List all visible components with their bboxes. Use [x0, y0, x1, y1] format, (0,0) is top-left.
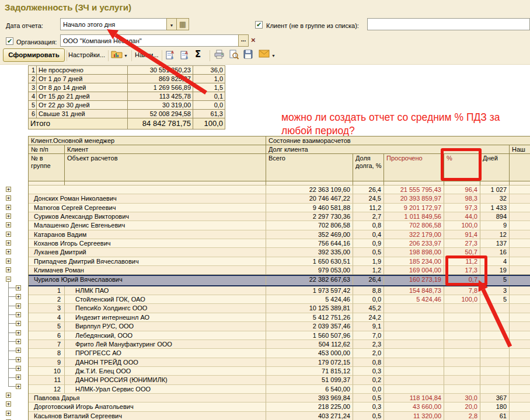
- spacer-cell: [444, 181, 480, 186]
- calendar-picker-button[interactable]: ▦: [176, 18, 189, 30]
- table-row[interactable]: Дорготовский Игорь Анатольевич218 225,00…: [29, 402, 530, 411]
- summary-row[interactable]: 1Не просрочено30 551 350,2336,0: [29, 66, 225, 75]
- table-row[interactable]: 9ДАНОН ТРЕЙД ООО179 072,150,8: [29, 358, 530, 367]
- expand-toggle-icon[interactable]: +: [6, 240, 11, 246]
- summary-cell-num: 2: [29, 75, 37, 83]
- cell-overdue-percent: 100,0: [444, 295, 480, 304]
- date-dropdown-button[interactable]: ▼: [166, 18, 177, 30]
- expand-toggle-icon[interactable]: +: [16, 321, 21, 326]
- cell-total: 1 650 630,51: [266, 257, 353, 266]
- summary-row[interactable]: 3От 8 до 14 дней1 269 566,891,5: [29, 83, 225, 92]
- expand-toggle-icon[interactable]: +: [16, 312, 21, 317]
- client-input[interactable]: [367, 18, 530, 30]
- expand-toggle-icon[interactable]: +: [16, 348, 21, 353]
- table-row[interactable]: 12НЛМК-Урал Сервис ООО6 540,000,0: [29, 385, 530, 394]
- expand-toggle-icon[interactable]: +: [6, 401, 11, 407]
- table-row[interactable]: 7Фрито Лей Мануфактуринг ООО504 112,622,…: [29, 340, 530, 349]
- expand-toggle-icon[interactable]: +: [6, 258, 11, 264]
- preview-button[interactable]: [229, 50, 239, 62]
- org-input[interactable]: [60, 34, 239, 47]
- expand-toggle-icon[interactable]: +: [16, 339, 21, 344]
- summary-row[interactable]: 2От 1 до 7 дней869 825,271,0: [29, 75, 225, 83]
- expand-toggle-icon[interactable]: +: [16, 294, 21, 299]
- print-button[interactable]: [214, 50, 225, 61]
- table-row[interactable]: Касьянов Виталий Сергеевич403 271,240,51…: [29, 412, 530, 420]
- summary-cell-num: 6: [29, 110, 37, 118]
- expand-groups-button[interactable]: A B: [165, 50, 175, 62]
- collapse-toggle-icon[interactable]: −: [6, 276, 11, 282]
- cell-overdue: [384, 322, 444, 331]
- table-row[interactable]: Коханов Игорь Сергеевич756 644,160,9206 …: [29, 239, 530, 248]
- org-filter-checkbox[interactable]: ✔: [6, 37, 13, 45]
- expand-toggle-icon[interactable]: +: [6, 267, 11, 272]
- cell-overdue: [384, 304, 444, 313]
- table-row[interactable]: Суриков Александр Викторович2 297 730,36…: [29, 212, 530, 221]
- expand-toggle-icon[interactable]: +: [6, 195, 11, 201]
- expand-toggle-icon[interactable]: +: [16, 357, 21, 362]
- table-row[interactable]: 10Дж.Т.И. Елец ООО71 815,120,3: [29, 367, 530, 376]
- cell-share: 9,1: [353, 322, 384, 331]
- cell-overdue: [384, 331, 444, 340]
- send-mail-button[interactable]: [259, 50, 270, 60]
- summary-row[interactable]: 4От 15 до 21 дней113 425,780,1: [29, 92, 225, 101]
- expand-toggle-icon[interactable]: +: [6, 222, 11, 228]
- cell-overdue-percent: 20,0: [444, 402, 480, 411]
- cell-overdue: 322 179,00: [384, 230, 444, 239]
- save-button[interactable]: [243, 50, 253, 61]
- cell-days: [480, 304, 510, 313]
- table-row[interactable]: 3ПепсиКо Холдингс ООО10 125 389,8145,2: [29, 304, 530, 313]
- org-select-button[interactable]: ...: [238, 34, 249, 47]
- cell-our-debt: [510, 331, 530, 340]
- table-row[interactable]: Катаранов Вадим352 469,000,4322 179,0091…: [29, 230, 530, 239]
- generate-report-button[interactable]: Сформировать: [3, 48, 65, 62]
- table-row[interactable]: 6Лебедянский, ООО1 560 507,967,0: [29, 331, 530, 340]
- cell-our-debt: [510, 322, 530, 331]
- expand-toggle-icon[interactable]: +: [16, 330, 21, 335]
- client-filter-checkbox[interactable]: ✔: [255, 21, 263, 29]
- table-row[interactable]: 4Индезит интернешнл АО5 412 751,2624,2: [29, 313, 530, 322]
- table-row[interactable]: 22 363 109,6026,421 555 795,4396,41 027: [29, 186, 530, 194]
- expand-toggle-icon[interactable]: +: [16, 384, 21, 389]
- expand-toggle-icon[interactable]: +: [6, 187, 11, 192]
- mail-dropdown-icon[interactable]: ▼: [271, 54, 276, 58]
- cell-overdue: 11 320,00: [384, 412, 444, 420]
- table-row[interactable]: 8ПРОГРЕСС АО453 000,002,0: [29, 349, 530, 358]
- org-clear-button[interactable]: ×: [251, 36, 256, 44]
- find-button[interactable]: Найти...: [135, 51, 159, 58]
- cell-share: 0,4: [353, 230, 384, 239]
- summary-row[interactable]: 6Свыше 31 дней52 008 294,5861,3: [29, 110, 225, 118]
- table-row[interactable]: Павлова Дарья393 969,840,5118 104,8430,0…: [29, 394, 530, 402]
- sum-button[interactable]: Σ: [195, 49, 201, 60]
- expand-toggle-icon[interactable]: +: [6, 205, 11, 210]
- settings-button[interactable]: Настройки...: [68, 51, 105, 58]
- expand-toggle-icon[interactable]: +: [6, 393, 11, 398]
- expand-toggle-icon[interactable]: +: [16, 285, 21, 290]
- summary-row[interactable]: 5От 22 до 30 дней30 319,000,0: [29, 101, 225, 110]
- expand-toggle-icon[interactable]: +: [6, 249, 11, 254]
- table-row[interactable]: 11ДАНОН РОССИЯ (ЮНИМИЛК)51 099,370,2: [29, 376, 530, 384]
- collapse-groups-button[interactable]: A B: [180, 50, 190, 62]
- cell-our-debt: [510, 212, 530, 221]
- table-row[interactable]: Малашенко Денис Евгеньевич702 806,580,87…: [29, 221, 530, 230]
- cell-row-number: 2: [29, 295, 65, 304]
- table-row[interactable]: 5Вирлпул РУС, ООО2 039 357,469,1: [29, 322, 530, 331]
- table-row[interactable]: Донских Роман Николаевич20 746 467,2224,…: [29, 194, 530, 203]
- expand-toggle-icon[interactable]: +: [6, 214, 11, 219]
- header-ngroup: № в группе: [29, 154, 65, 181]
- table-row[interactable]: 1НЛМК ПАО1 973 597,428,8154 848,737,83: [29, 286, 530, 295]
- expand-toggle-icon[interactable]: +: [6, 232, 11, 237]
- expand-toggle-icon[interactable]: +: [6, 411, 11, 416]
- summary-total-row[interactable]: Итого 84 842 781,75 100,0: [29, 118, 225, 130]
- expand-toggle-icon[interactable]: +: [16, 374, 21, 380]
- date-input[interactable]: [60, 18, 167, 30]
- tree-connector-stub: [8, 359, 16, 360]
- cell-overdue-percent: [444, 385, 480, 394]
- variants-dropdown-icon[interactable]: ▼: [124, 54, 128, 58]
- table-row[interactable]: Матюгов Сергей Сергеевич9 460 581,8811,2…: [29, 204, 530, 212]
- header-days: Дней: [480, 154, 510, 181]
- expand-toggle-icon[interactable]: +: [16, 303, 21, 309]
- header-settlement-state: Состояние взаиморасчетов: [266, 136, 530, 145]
- expand-toggle-icon[interactable]: +: [16, 366, 21, 371]
- table-row[interactable]: 2Стойленский ГОК, ОАО5 424,460,05 424,46…: [29, 295, 530, 304]
- report-variants-button[interactable]: [111, 50, 123, 61]
